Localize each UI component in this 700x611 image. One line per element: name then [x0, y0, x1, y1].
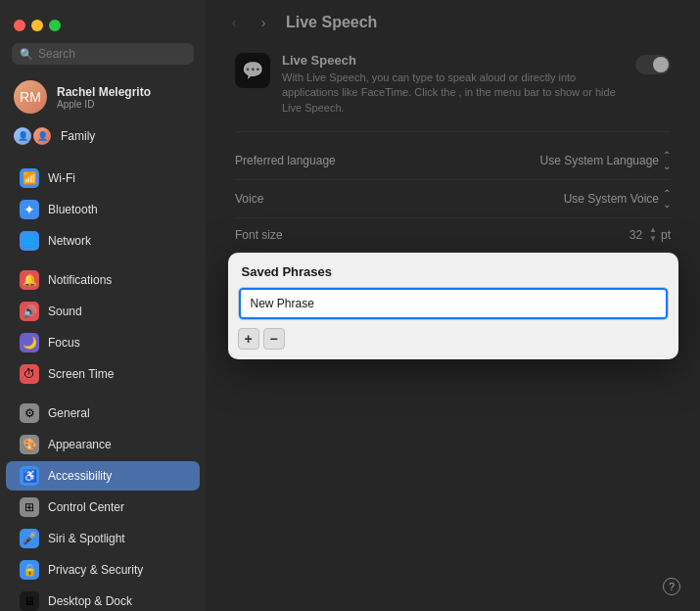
- saved-phrases-modal: Saved Phrases + −: [228, 253, 678, 359]
- sidebar-item-network[interactable]: 🌐 Network: [6, 226, 200, 256]
- sidebar-item-label: General: [48, 406, 90, 420]
- modal-toolbar: + −: [228, 320, 678, 359]
- add-phrase-button[interactable]: +: [238, 328, 259, 350]
- sidebar-item-siri[interactable]: 🎤 Siri & Spotlight: [6, 524, 200, 553]
- sidebar-item-label: Wi-Fi: [48, 171, 75, 185]
- user-name: Rachel Melegrito: [57, 85, 151, 99]
- sidebar-item-notifications[interactable]: 🔔 Notifications: [6, 265, 200, 295]
- screentime-icon: ⏱: [20, 364, 39, 384]
- sidebar-item-desktop[interactable]: 🖥 Desktop & Dock: [6, 587, 200, 611]
- family-label: Family: [61, 129, 95, 143]
- maximize-button[interactable]: [49, 20, 61, 31]
- help-button[interactable]: ?: [663, 578, 680, 595]
- family-section[interactable]: 👤 👤 Family: [0, 123, 206, 149]
- sidebar-item-sound[interactable]: 🔊 Sound: [6, 297, 200, 326]
- sidebar-item-label: Control Center: [48, 500, 124, 514]
- sidebar-item-label: Desktop & Dock: [48, 594, 132, 608]
- family-avatars: 👤 👤: [14, 127, 51, 145]
- sidebar-item-screentime[interactable]: ⏱ Screen Time: [6, 359, 200, 389]
- user-sub: Apple ID: [57, 99, 151, 110]
- notifications-icon: 🔔: [20, 270, 39, 290]
- main-content: ‹ › Live Speech 💬 Live Speech With Live …: [206, 0, 700, 611]
- traffic-lights: [0, 10, 206, 37]
- sidebar-item-label: Network: [48, 234, 91, 248]
- sidebar-item-accessibility[interactable]: ♿ Accessibility: [6, 461, 200, 491]
- sidebar-item-label: Screen Time: [48, 367, 114, 381]
- search-bar[interactable]: 🔍: [12, 43, 194, 65]
- sound-icon: 🔊: [20, 302, 39, 321]
- sidebar-item-label: Privacy & Security: [48, 563, 143, 577]
- phrase-row: [239, 288, 668, 319]
- phrase-input[interactable]: [239, 288, 668, 319]
- sidebar-item-privacy[interactable]: 🔒 Privacy & Security: [6, 555, 200, 585]
- sidebar-item-label: Appearance: [48, 438, 112, 451]
- sidebar-item-label: Bluetooth: [48, 203, 98, 216]
- desktop-icon: 🖥: [20, 591, 39, 611]
- sidebar-item-label: Accessibility: [48, 469, 112, 483]
- controlcenter-icon: ⊞: [20, 497, 39, 517]
- close-button[interactable]: [14, 20, 25, 31]
- sidebar-item-general[interactable]: ⚙ General: [6, 399, 200, 428]
- user-section[interactable]: RM Rachel Melegrito Apple ID: [0, 74, 206, 119]
- family-avatar-2: 👤: [33, 127, 51, 145]
- appearance-icon: 🎨: [20, 435, 39, 454]
- accessibility-icon: ♿: [20, 466, 39, 486]
- wifi-icon: 📶: [20, 168, 39, 188]
- modal-overlay: Saved Phrases + −: [206, 0, 700, 611]
- sidebar-item-controlcenter[interactable]: ⊞ Control Center: [6, 493, 200, 522]
- network-icon: 🌐: [20, 231, 39, 251]
- sidebar-item-label: Siri & Spotlight: [48, 532, 125, 545]
- remove-phrase-button[interactable]: −: [263, 328, 285, 350]
- sidebar-item-bluetooth[interactable]: ✦ Bluetooth: [6, 195, 200, 224]
- general-icon: ⚙: [20, 403, 39, 423]
- sidebar-item-appearance[interactable]: 🎨 Appearance: [6, 430, 200, 459]
- sidebar-item-focus[interactable]: 🌙 Focus: [6, 328, 200, 357]
- family-avatar-1: 👤: [14, 127, 31, 145]
- minimize-button[interactable]: [31, 20, 43, 31]
- search-input[interactable]: [38, 47, 186, 61]
- sidebar-item-wifi[interactable]: 📶 Wi-Fi: [6, 164, 200, 193]
- siri-icon: 🎤: [20, 529, 39, 548]
- saved-phrases-title: Saved Phrases: [228, 253, 678, 287]
- sidebar-item-label: Notifications: [48, 273, 112, 287]
- sidebar-item-label: Sound: [48, 305, 82, 318]
- focus-icon: 🌙: [20, 333, 39, 352]
- bluetooth-icon: ✦: [20, 200, 39, 219]
- sidebar-item-label: Focus: [48, 336, 80, 350]
- phrases-list: [238, 287, 669, 320]
- user-info: Rachel Melegrito Apple ID: [57, 85, 151, 110]
- sidebar: 🔍 RM Rachel Melegrito Apple ID 👤 👤 Famil…: [0, 0, 206, 611]
- search-icon: 🔍: [20, 48, 33, 61]
- privacy-icon: 🔒: [20, 560, 39, 580]
- avatar: RM: [14, 80, 47, 114]
